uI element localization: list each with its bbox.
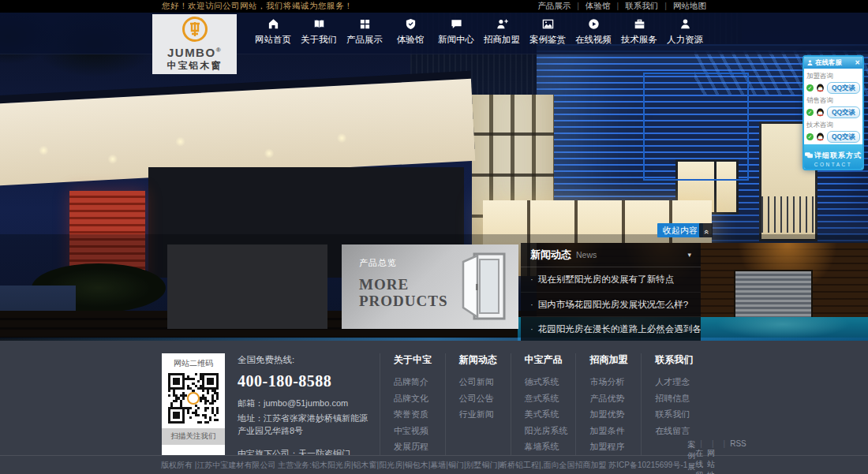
nav-item-label: 关于我们	[301, 34, 337, 46]
chat-group-row-1: ✓QQ交谈	[806, 106, 860, 118]
nav-item-0[interactable]: 网站首页	[251, 18, 295, 46]
logo-emblem-icon	[181, 16, 208, 43]
footer-link[interactable]: 加盟条件	[589, 423, 641, 439]
topbar: 您好！欢迎访问公司网站，我们将竭诚为您服务！ 产品展示体验馆联系我们网站地图	[0, 0, 868, 13]
news-list: 现在别墅阳光房的发展有了新特点国内市场花园阳光房发展状况怎么样?花园阳光房在漫长…	[521, 267, 701, 341]
nav-item-label: 案例鉴赏	[529, 34, 566, 46]
experience-shield-icon	[405, 18, 417, 30]
news-chat-icon	[451, 18, 462, 30]
footer-link[interactable]: 加盟优势	[589, 406, 641, 423]
chevron-down-icon[interactable]: ▾	[687, 251, 691, 259]
logo[interactable]: JUMBO® 中宝铝木窗	[152, 14, 237, 74]
hotline-number: 400-180-8588	[238, 369, 372, 393]
footer-link[interactable]: 品牌简介	[394, 374, 445, 390]
bottom-link-0[interactable]: 案例展示	[687, 439, 695, 474]
news-panel: 新闻动态 News ▾ 现在别墅阳光房的发展有了新特点国内市场花园阳光房发展状况…	[521, 243, 701, 341]
qq-penguin-icon	[815, 107, 825, 118]
nav-item-6[interactable]: 案例鉴赏	[526, 18, 570, 46]
footer-link[interactable]: 人才理念	[655, 374, 706, 390]
news-item-1[interactable]: 国内市场花园阳光房发展状况怎么样?	[521, 292, 701, 317]
topbar-link-1[interactable]: 体验馆	[571, 1, 610, 12]
bottom-link-1[interactable]: 在线留言	[695, 439, 707, 474]
news-item-2[interactable]: 花园阳光房在漫长的道路上必然会遇到各种挑战	[521, 316, 701, 341]
nav-item-5[interactable]: 招商加盟	[480, 18, 524, 46]
nav-item-label: 技术服务	[621, 34, 657, 46]
email-line: 邮箱：jumbo@51jumbo.com	[238, 397, 372, 410]
qq-chat-button[interactable]: QQ交谈	[827, 131, 860, 143]
footer-link[interactable]: 美式系统	[525, 406, 576, 423]
footer-link[interactable]: 联系我们	[655, 406, 706, 423]
bottom-link-2[interactable]: 网站地图	[707, 439, 719, 474]
more-products-card[interactable]: 产品总览 MORE PRODUCTS	[342, 244, 518, 329]
topbar-link-3[interactable]: 网站地图	[658, 1, 706, 12]
nav-item-1[interactable]: 关于我们	[297, 18, 341, 46]
video-play-icon	[588, 18, 600, 30]
footer-link[interactable]: 意式系统	[525, 390, 576, 407]
qq-penguin-icon	[815, 83, 825, 93]
close-icon[interactable]: ✕	[855, 60, 860, 66]
topbar-links: 产品展示体验馆联系我们网站地图	[537, 1, 706, 12]
contact-details-sub: CONTACT	[804, 162, 862, 167]
chat-group-row-2: ✓QQ交谈	[806, 131, 860, 143]
selection-rectangle	[643, 73, 749, 181]
nav-item-label: 招商加盟	[484, 34, 520, 46]
online-service-panel: 在线客服 ✕ 加盟咨询✓QQ交谈销售咨询✓QQ交谈技术咨询✓QQ交谈 详细联系方…	[803, 55, 864, 170]
chat-panel-body: 加盟咨询✓QQ交谈销售咨询✓QQ交谈技术咨询✓QQ交谈	[804, 69, 862, 144]
footer-link[interactable]: 市场分析	[589, 374, 641, 390]
news-item-0[interactable]: 现在别墅阳光房的发展有了新特点	[521, 267, 701, 292]
nav-item-9[interactable]: 人力资源	[663, 18, 707, 46]
qr-title: 网站二维码	[166, 358, 220, 369]
footer-link[interactable]: 幕墙系统	[525, 439, 576, 455]
about-book-icon	[313, 18, 325, 30]
qq-chat-button[interactable]: QQ交谈	[827, 82, 860, 94]
footer-link[interactable]: 发展历程	[394, 439, 445, 455]
qq-chat-button[interactable]: QQ交谈	[827, 106, 860, 118]
footer-link[interactable]: 加盟程序	[589, 439, 641, 455]
bottom-link-3[interactable]: RSS	[719, 439, 746, 474]
nav-item-3[interactable]: 体验馆	[388, 18, 432, 46]
qr-code	[168, 373, 219, 424]
footer-column-title: 联系我们	[655, 353, 706, 367]
footer-link[interactable]: 中宝视频	[394, 423, 445, 439]
window-graphic-icon	[458, 251, 507, 322]
nav-item-4[interactable]: 新闻中心	[434, 18, 478, 46]
nav-item-2[interactable]: 产品展示	[342, 18, 387, 46]
footer-link[interactable]: 德式系统	[525, 374, 576, 390]
online-check-icon: ✓	[806, 133, 814, 140]
nav-item-label: 新闻中心	[438, 34, 474, 46]
news-header: 新闻动态 News ▾	[521, 243, 701, 267]
topbar-link-2[interactable]: 联系我们	[611, 1, 659, 12]
collapse-content-button[interactable]: 收起内容	[657, 223, 703, 237]
footer-link[interactable]: 招聘信息	[655, 390, 706, 407]
footer-link[interactable]: 公司新闻	[459, 374, 511, 390]
hero-banner: 网站首页关于我们产品展示体验馆新闻中心招商加盟案例鉴赏在线视频技术服务人力资源 …	[0, 13, 868, 341]
nav-item-7[interactable]: 在线视频	[571, 18, 615, 46]
footer-column-title: 中宝产品	[525, 353, 576, 367]
footer-link[interactable]: 在线留言	[655, 423, 706, 439]
product-placeholder-box	[167, 244, 327, 329]
contact-details-button[interactable]: 详细联系方式 CONTACT	[804, 144, 862, 169]
chat-bubbles-icon	[805, 152, 813, 159]
join-user-plus-icon	[496, 18, 508, 30]
footer-column-title: 新闻动态	[459, 353, 511, 367]
hotline-label: 全国免费热线:	[238, 353, 372, 367]
topbar-link-0[interactable]: 产品展示	[537, 1, 571, 12]
footer-link[interactable]: 行业新闻	[459, 406, 511, 423]
footer-link[interactable]: 品牌文化	[394, 390, 445, 407]
nav-item-label: 网站首页	[255, 34, 291, 46]
footer-link[interactable]: 产品优势	[589, 390, 641, 407]
footer-link[interactable]: 荣誉资质	[394, 406, 445, 423]
nav-item-8[interactable]: 技术服务	[617, 18, 661, 46]
collapse-arrow-button[interactable]: «	[699, 223, 713, 237]
news-subtitle: News	[576, 250, 597, 259]
footer-column-title: 招商加盟	[589, 353, 641, 367]
logo-subtitle: 中宝铝木窗	[167, 59, 223, 73]
logo-name: JUMBO®	[167, 44, 222, 58]
address-line: 地址：江苏省张家港妙桥镇新能源产业园兄华路8号	[238, 412, 372, 438]
tech-briefcase-icon	[634, 18, 645, 30]
qr-center-logo	[187, 392, 200, 405]
footer-link[interactable]: 阳光房系统	[525, 423, 576, 439]
contact-details-label: 详细联系方式	[814, 151, 862, 159]
online-check-icon: ✓	[806, 109, 814, 116]
footer-link[interactable]: 公司公告	[459, 390, 511, 407]
